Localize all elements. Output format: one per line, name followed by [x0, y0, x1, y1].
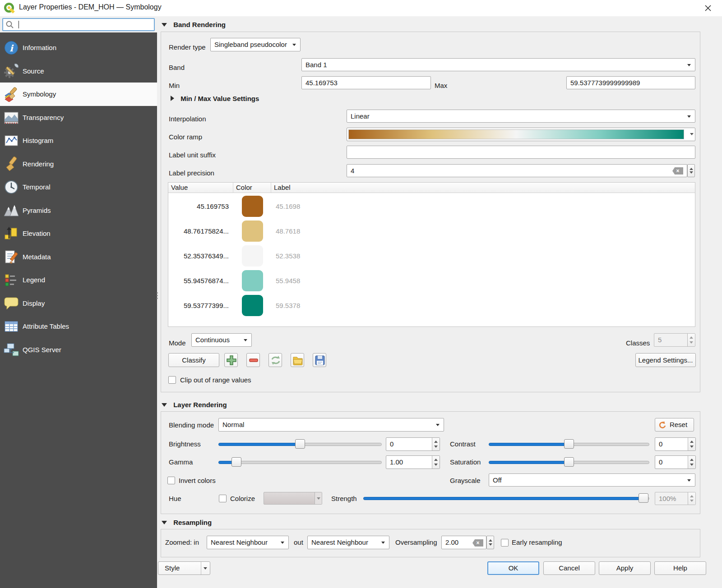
- color-swatch[interactable]: [242, 295, 263, 316]
- slider-handle[interactable]: [564, 439, 574, 449]
- apply-button[interactable]: Apply: [599, 561, 651, 575]
- sidebar-item-metadata[interactable]: Metadata: [0, 245, 157, 269]
- contrast-stepper[interactable]: 0: [655, 437, 696, 451]
- cancel-button[interactable]: Cancel: [543, 561, 595, 575]
- column-header-color[interactable]: Color: [233, 183, 271, 193]
- remove-value-button[interactable]: [246, 353, 260, 367]
- table-row[interactable]: 45.169753 45.1698: [168, 194, 695, 219]
- label-precision-input[interactable]: 4 ×: [347, 164, 687, 177]
- contrast-slider[interactable]: [489, 439, 649, 449]
- column-header-value[interactable]: Value: [168, 183, 233, 193]
- max-input[interactable]: 59.5377739999999989: [566, 76, 695, 89]
- sidebar-item-legend[interactable]: Legend: [0, 268, 157, 292]
- load-color-map-button[interactable]: [268, 353, 282, 367]
- row-value: 45.169753: [168, 194, 229, 219]
- band-select[interactable]: Band 1: [301, 58, 695, 71]
- display-icon: [4, 296, 19, 311]
- color-ramp-table[interactable]: Value Color Label 45.169753 45.1698 48.7…: [168, 182, 695, 327]
- sidebar-item-temporal[interactable]: Temporal: [0, 175, 157, 199]
- oversampling-stepper[interactable]: [486, 536, 494, 549]
- sidebar-item-information[interactable]: i Information: [0, 36, 157, 60]
- saturation-stepper[interactable]: 0: [655, 455, 696, 469]
- layer-rendering-header[interactable]: Layer Rendering: [162, 401, 227, 409]
- brightness-slider[interactable]: [218, 439, 382, 449]
- chevron-down-icon: [281, 542, 284, 544]
- blending-mode-label: Blending mode: [169, 418, 214, 432]
- save-color-map-button[interactable]: [313, 353, 326, 367]
- sidebar-item-histogram[interactable]: Histogram: [0, 129, 157, 152]
- table-row[interactable]: 55.94576874... 55.9458: [168, 268, 695, 293]
- sidebar-search-input[interactable]: [2, 18, 155, 31]
- color-swatch[interactable]: [242, 196, 263, 217]
- saturation-slider[interactable]: [489, 457, 649, 467]
- slider-handle[interactable]: [564, 457, 574, 467]
- row-value: 48.76175824...: [168, 219, 229, 243]
- reset-button[interactable]: Reset: [655, 418, 694, 432]
- legend-settings-button[interactable]: Legend Settings...: [635, 353, 696, 367]
- blending-mode-select[interactable]: Normal: [218, 418, 444, 432]
- table-row[interactable]: 52.35376349... 52.3538: [168, 243, 695, 268]
- sidebar-item-attribute-tables[interactable]: Attribute Tables: [0, 315, 157, 338]
- splitter-handle[interactable]: [155, 291, 159, 303]
- open-file-button[interactable]: [291, 353, 304, 367]
- sidebar-item-symbology[interactable]: Symbology: [0, 83, 157, 106]
- color-swatch[interactable]: [242, 220, 263, 242]
- early-resampling-checkbox[interactable]: [501, 539, 509, 547]
- gamma-stepper[interactable]: 1.00: [386, 455, 440, 469]
- colorize-checkbox[interactable]: [219, 495, 227, 502]
- colorize-color-button[interactable]: [264, 492, 322, 505]
- clear-icon[interactable]: ×: [472, 539, 483, 547]
- zoomed-in-select[interactable]: Nearest Neighbour: [207, 536, 289, 549]
- classify-button[interactable]: Classify: [168, 353, 219, 367]
- table-row[interactable]: 48.76175824... 48.7618: [168, 219, 695, 243]
- style-button[interactable]: Style: [158, 561, 210, 575]
- elevation-icon: [4, 226, 19, 241]
- sidebar-item-source[interactable]: Source: [0, 60, 157, 83]
- label-precision-stepper[interactable]: [687, 164, 695, 177]
- table-row[interactable]: 59.53777399... 59.5378: [168, 293, 695, 318]
- sidebar-item-rendering[interactable]: Rendering: [0, 152, 157, 176]
- add-value-button[interactable]: [224, 353, 238, 367]
- min-input[interactable]: 45.169753: [301, 76, 431, 89]
- zoomed-out-select[interactable]: Nearest Neighbour: [307, 536, 389, 549]
- clip-out-of-range-checkbox[interactable]: [168, 376, 176, 384]
- qgis-server-icon: [4, 342, 19, 358]
- band-rendering-header[interactable]: Band Rendering: [162, 21, 226, 28]
- label-unit-suffix-input[interactable]: [347, 146, 695, 159]
- sidebar-item-elevation[interactable]: Elevation: [0, 222, 157, 245]
- legend-icon: [4, 272, 19, 288]
- slider-handle[interactable]: [295, 439, 305, 449]
- classes-stepper[interactable]: 5: [654, 333, 695, 347]
- invert-colors-checkbox[interactable]: [167, 477, 175, 484]
- clear-icon[interactable]: ×: [672, 167, 683, 175]
- slider-handle[interactable]: [231, 457, 241, 467]
- grayscale-select[interactable]: Off: [489, 473, 695, 487]
- mode-select[interactable]: Continuous: [191, 333, 252, 347]
- color-swatch[interactable]: [242, 270, 263, 291]
- gamma-slider[interactable]: [218, 457, 382, 467]
- text-caret: [19, 21, 19, 28]
- close-icon[interactable]: [704, 4, 712, 12]
- help-button[interactable]: Help: [654, 561, 706, 575]
- strength-stepper[interactable]: 100%: [655, 492, 696, 505]
- collapse-arrow-icon: [162, 521, 167, 524]
- strength-slider[interactable]: [363, 493, 649, 503]
- brightness-stepper[interactable]: 0: [386, 437, 440, 451]
- color-ramp-button[interactable]: [347, 128, 695, 141]
- resampling-header[interactable]: Resampling: [162, 519, 212, 526]
- render-type-label: Render type: [169, 41, 206, 54]
- oversampling-input[interactable]: 2.00 ×: [441, 536, 486, 549]
- mode-value: Continuous: [195, 336, 230, 344]
- sidebar-item-transparency[interactable]: Transparency: [0, 106, 157, 129]
- ok-button[interactable]: OK: [487, 561, 539, 575]
- slider-handle[interactable]: [639, 493, 648, 503]
- sidebar-item-pyramids[interactable]: Pyramids: [0, 199, 157, 222]
- color-swatch[interactable]: [242, 245, 263, 266]
- render-type-select[interactable]: Singleband pseudocolor: [210, 38, 301, 51]
- pyramids-icon: [4, 203, 19, 218]
- sidebar-item-qgis-server[interactable]: QGIS Server: [0, 338, 157, 362]
- interpolation-select[interactable]: Linear: [347, 110, 695, 123]
- sidebar-item-display[interactable]: Display: [0, 292, 157, 315]
- minmax-settings-header[interactable]: Min / Max Value Settings: [171, 95, 259, 102]
- column-header-label[interactable]: Label: [271, 183, 694, 193]
